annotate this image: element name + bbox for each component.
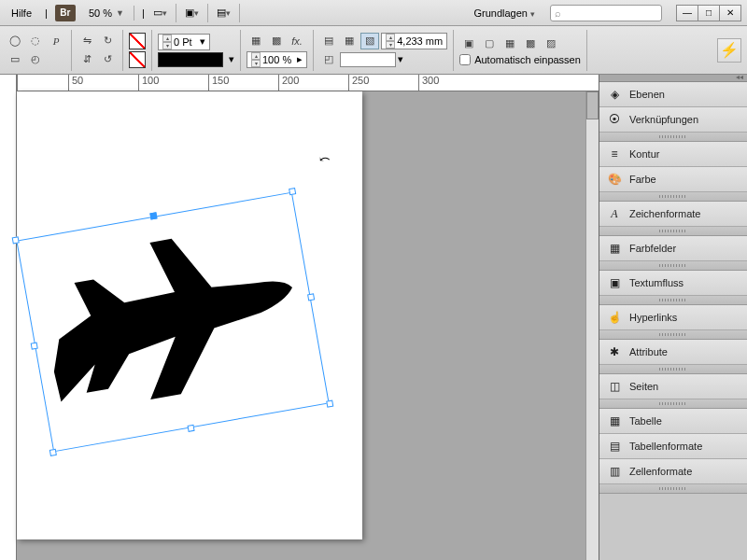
- panel-zellenformate[interactable]: ▥Zellenformate: [599, 459, 747, 484]
- autofit-label: Automatisch einpassen: [474, 54, 581, 65]
- menubar: Hilfe | Br 50 %▼ | ▭▾ ▣▾ ▤▾ Grundlagen ▾…: [0, 0, 747, 26]
- wrap-offset-field[interactable]: ▴▾ 4,233 mm: [381, 33, 447, 49]
- screen-mode-button[interactable]: ▭▾: [152, 4, 176, 22]
- document-area: 50 100 150 200 250 300 ⤺: [0, 75, 599, 560]
- wrap-jump-icon[interactable]: ▧: [360, 33, 379, 49]
- window-minimize[interactable]: —: [676, 5, 698, 21]
- cellstyles-icon: ▥: [607, 464, 622, 479]
- panel-ebenen[interactable]: ◈Ebenen: [599, 82, 747, 107]
- handle-mr[interactable]: [307, 293, 315, 301]
- panel-verknuepfungen[interactable]: ⦿Verknüpfungen: [599, 107, 747, 133]
- paragraph-icon[interactable]: P: [47, 33, 65, 49]
- panel-dock: ◈Ebenen ⦿Verknüpfungen ≡Kontur 🎨Farbe AZ…: [599, 75, 747, 560]
- handle-tl[interactable]: [12, 236, 20, 244]
- scrollbar-vertical[interactable]: [585, 91, 599, 560]
- stroke-style-dropdown[interactable]: [158, 52, 223, 67]
- stroke-icon: ≡: [607, 147, 622, 161]
- zoom-dropdown[interactable]: 50 %▼: [83, 6, 134, 21]
- flip-v-icon[interactable]: ⇵: [78, 51, 96, 68]
- fill-prop-icon[interactable]: ▨: [542, 35, 560, 52]
- panel-seiten[interactable]: ◫Seiten: [599, 374, 747, 399]
- window-maximize[interactable]: □: [698, 5, 720, 21]
- flip-h-icon[interactable]: ⇋: [78, 33, 96, 49]
- stroke-swatch[interactable]: [129, 51, 146, 68]
- handle-tm[interactable]: [149, 212, 157, 219]
- drop-shadow-icon[interactable]: ▩: [267, 33, 286, 49]
- panel-farbe[interactable]: 🎨Farbe: [599, 167, 747, 192]
- pages-icon: ◫: [607, 379, 622, 394]
- window-close[interactable]: ✕: [719, 5, 741, 21]
- view-options-button[interactable]: ▤▾: [216, 4, 240, 22]
- ruler-horizontal[interactable]: 50 100 150 200 250 300: [17, 75, 599, 91]
- quick-apply-button[interactable]: ⚡: [717, 38, 741, 63]
- table-icon: ▦: [607, 413, 622, 428]
- stroke-weight-field[interactable]: ▴▾ 0 Pt ▾: [158, 34, 210, 50]
- handle-ml[interactable]: [31, 343, 38, 350]
- rotate-cw-icon[interactable]: ↻: [98, 33, 117, 49]
- bridge-button[interactable]: Br: [55, 5, 76, 21]
- panel-kontur[interactable]: ≡Kontur: [599, 142, 747, 167]
- opacity-field[interactable]: ▴▾ 100 %▸: [247, 51, 307, 68]
- tablestyles-icon: ▤: [607, 439, 622, 454]
- wrap-none-icon[interactable]: ▤: [319, 33, 338, 49]
- fill-swatch[interactable]: [129, 33, 146, 49]
- handle-bl[interactable]: [49, 449, 57, 456]
- panel-farbfelder[interactable]: ▦Farbfelder: [599, 236, 747, 261]
- panel-attribute[interactable]: ✱Attribute: [599, 340, 747, 365]
- charstyles-icon: A: [607, 206, 622, 221]
- fit-prop-icon[interactable]: ▩: [521, 35, 540, 52]
- panel-hyperlinks[interactable]: ☝Hyperlinks: [599, 305, 747, 330]
- corner-options-icon[interactable]: ◰: [319, 51, 338, 68]
- wrap-around-icon[interactable]: ▦: [340, 33, 359, 49]
- color-icon: 🎨: [607, 172, 622, 187]
- handle-tr[interactable]: [289, 188, 296, 195]
- rotate-ccw-icon[interactable]: ↺: [98, 51, 117, 68]
- panel-collapse-grip[interactable]: [599, 75, 747, 82]
- fx-gradient-icon[interactable]: ▦: [247, 33, 265, 49]
- swatches-icon: ▦: [607, 241, 622, 256]
- center-content-icon[interactable]: ▦: [500, 35, 519, 52]
- panel-tabellenformate[interactable]: ▤Tabellenformate: [599, 434, 747, 459]
- panel-textumfluss[interactable]: ▣Textumfluss: [599, 271, 747, 296]
- links-icon: ⦿: [607, 112, 622, 127]
- control-toolbar: ◯ ◌ P ▭ ◴ ⇋ ↻ ⇵ ↺ ▴▾ 0 Pt ▾ ▾: [0, 26, 747, 75]
- arrange-button[interactable]: ▣▾: [184, 4, 208, 22]
- textwrap-icon: ▣: [607, 275, 622, 290]
- fx-icon[interactable]: fx.: [288, 33, 306, 49]
- panel-tabelle[interactable]: ▦Tabelle: [599, 409, 747, 434]
- workspace-switcher[interactable]: Grundlagen ▾: [466, 6, 543, 21]
- handle-bm[interactable]: [188, 425, 195, 432]
- fit-frame-icon[interactable]: ▢: [480, 35, 499, 52]
- search-input[interactable]: ⌕: [550, 5, 662, 21]
- handle-br[interactable]: [326, 400, 333, 408]
- ellipse-solid-icon[interactable]: ◯: [6, 33, 24, 49]
- attributes-icon: ✱: [607, 344, 622, 359]
- fit-content-icon[interactable]: ▣: [459, 35, 478, 52]
- corner-style-dropdown[interactable]: [340, 52, 396, 67]
- rotate-cursor-icon: ⤺: [319, 151, 331, 166]
- scrollbar-thumb[interactable]: [586, 91, 599, 119]
- autofit-checkbox[interactable]: [459, 54, 471, 65]
- rect-dashed-icon[interactable]: ▭: [6, 51, 24, 68]
- ellipse-dashed-icon[interactable]: ◌: [26, 33, 45, 49]
- corner-icon[interactable]: ◴: [26, 51, 45, 68]
- ruler-vertical[interactable]: [0, 75, 17, 560]
- layers-icon: ◈: [607, 87, 622, 102]
- menu-help[interactable]: Hilfe: [6, 6, 37, 21]
- panel-zeichenformate[interactable]: AZeichenformate: [599, 202, 747, 227]
- hyperlinks-icon: ☝: [607, 310, 622, 325]
